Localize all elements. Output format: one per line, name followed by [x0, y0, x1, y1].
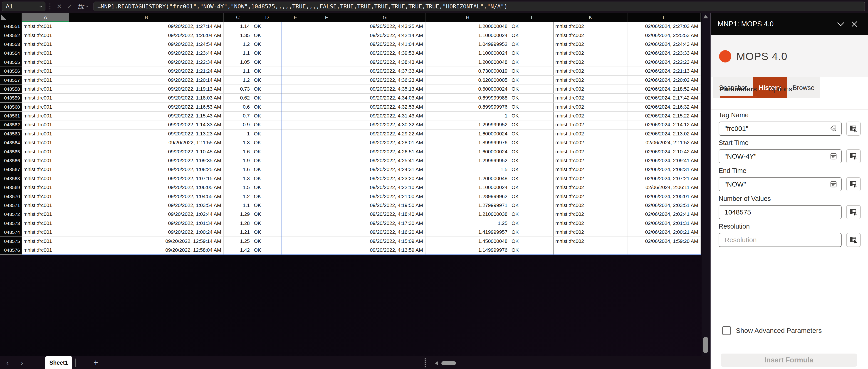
cell[interactable]: 1.279999971	[426, 201, 510, 210]
row-header[interactable]: 048554	[0, 49, 22, 57]
cell[interactable]: 02/06/2024, 2:07:21 AM	[628, 174, 701, 183]
cell[interactable]: OK	[510, 138, 553, 147]
cell[interactable]: 1.1	[224, 201, 252, 210]
cell[interactable]	[309, 237, 344, 246]
cell[interactable]: mhist::frc001	[22, 156, 69, 165]
cell[interactable]: OK	[252, 165, 282, 174]
cell[interactable]: OK	[252, 130, 282, 138]
cell[interactable]: 09/20/2022, 4:42:14 AM	[344, 31, 426, 39]
vertical-scrollbar[interactable]	[702, 13, 710, 356]
cell[interactable]: 1.100000024	[426, 49, 510, 57]
row-header[interactable]: 048558	[0, 85, 22, 93]
cell[interactable]: mhist::frc002	[553, 147, 628, 156]
resolution-input[interactable]: Resolution	[719, 233, 842, 247]
cell[interactable]: 09/20/2022, 1:09:35 AM	[69, 156, 224, 165]
start-time-input[interactable]: "NOW-4Y"	[719, 149, 842, 163]
cell[interactable]: 09/20/2022, 1:07:15 AM	[69, 174, 224, 183]
cell[interactable]: 1.149999976	[426, 246, 510, 254]
cell[interactable]: 02/06/2024, 2:27:03 AM	[628, 22, 701, 31]
cell[interactable]: OK	[252, 31, 282, 39]
row-header[interactable]: 048572	[0, 210, 22, 219]
vertical-scrollbar-thumb[interactable]	[703, 337, 708, 353]
cell[interactable]	[309, 210, 344, 219]
cell[interactable]	[309, 174, 344, 183]
tag-name-input[interactable]: "frc001"	[719, 121, 842, 136]
cell[interactable]	[309, 138, 344, 147]
cell[interactable]: 1.25	[224, 237, 252, 246]
cell[interactable]	[282, 22, 309, 31]
cell[interactable]: 02/06/2024, 2:10:42 AM	[628, 147, 701, 156]
cell[interactable]: mhist::frc002	[553, 67, 628, 76]
cell[interactable]: 09/20/2022, 1:16:53 AM	[69, 103, 224, 111]
cell[interactable]: OK	[510, 192, 553, 201]
column-header-k[interactable]: K	[553, 13, 628, 22]
cell[interactable]: 09/20/2022, 4:38:43 AM	[344, 58, 426, 66]
cell[interactable]: mhist::frc001	[22, 58, 69, 66]
row-header[interactable]: 048571	[0, 201, 22, 210]
cell[interactable]: mhist::frc002	[553, 156, 628, 165]
column-header-h[interactable]: H	[426, 13, 510, 22]
row-header[interactable]: 048551	[0, 22, 22, 31]
cell[interactable]: OK	[252, 201, 282, 210]
cell[interactable]: 09/20/2022, 4:37:33 AM	[344, 67, 426, 76]
cell[interactable]	[309, 165, 344, 174]
cell[interactable]	[309, 103, 344, 111]
cell[interactable]: 09/20/2022, 1:19:13 AM	[69, 85, 224, 93]
cell[interactable]: 0.7	[224, 112, 252, 120]
cell[interactable]: 09/20/2022, 1:03:54 AM	[69, 201, 224, 210]
cell[interactable]: 1.29	[224, 210, 252, 219]
cell[interactable]: 09/20/2022, 4:17:30 AM	[344, 219, 426, 228]
cell[interactable]: 02/06/2024, 2:21:13 AM	[628, 67, 701, 76]
cell[interactable]: mhist::frc002	[553, 31, 628, 39]
cell[interactable]: OK	[252, 228, 282, 236]
cell[interactable]: 09/20/2022, 1:02:44 AM	[69, 210, 224, 219]
cell[interactable]	[282, 156, 309, 165]
cell[interactable]	[309, 67, 344, 76]
cell[interactable]: mhist::frc001	[22, 228, 69, 236]
cell[interactable]: 02/06/2024, 2:03:51 AM	[628, 201, 701, 210]
cell[interactable]: mhist::frc002	[553, 85, 628, 93]
cell[interactable]: 09/20/2022, 1:15:43 AM	[69, 112, 224, 120]
cell[interactable]: OK	[252, 192, 282, 201]
cell[interactable]: 0.62	[224, 94, 252, 102]
scroll-up-icon[interactable]	[703, 15, 708, 19]
cell[interactable]: OK	[510, 201, 553, 210]
cell[interactable]	[309, 22, 344, 31]
cell[interactable]: 02/06/2024, 1:59:20 AM	[628, 237, 701, 246]
cell[interactable]: OK	[510, 130, 553, 138]
cell[interactable]	[282, 40, 309, 49]
cell[interactable]: mhist::frc001	[22, 246, 69, 254]
cell[interactable]: OK	[252, 246, 282, 254]
cell[interactable]: 09/20/2022, 4:15:09 AM	[344, 237, 426, 246]
column-header-g[interactable]: G	[344, 13, 426, 22]
cell[interactable]: OK	[510, 76, 553, 84]
tab-parameters[interactable]: Parameters	[720, 85, 757, 98]
cell[interactable]	[309, 201, 344, 210]
cell[interactable]: 09/20/2022, 1:23:44 AM	[69, 49, 224, 57]
cell[interactable]: mhist::frc002	[553, 228, 628, 236]
row-header[interactable]: 048565	[0, 147, 22, 156]
cell[interactable]: 09/20/2022, 1:00:24 AM	[69, 228, 224, 236]
row-header[interactable]: 048564	[0, 138, 22, 147]
cancel-button[interactable]: ✕	[54, 2, 64, 11]
cell[interactable]	[282, 201, 309, 210]
cell[interactable]: 1.6	[224, 147, 252, 156]
cell[interactable]: 02/06/2024, 2:24:43 AM	[628, 40, 701, 49]
cell[interactable]: mhist::frc001	[22, 174, 69, 183]
cell[interactable]: mhist::frc002	[553, 22, 628, 31]
cell[interactable]	[309, 147, 344, 156]
cell[interactable]: 02/06/2024, 2:23:33 AM	[628, 49, 701, 57]
row-header[interactable]: 048576	[0, 246, 22, 254]
cell[interactable]	[309, 219, 344, 228]
cell[interactable]: mhist::frc001	[22, 22, 69, 31]
cell[interactable]: 09/20/2022, 4:31:43 AM	[344, 112, 426, 120]
row-header[interactable]: 048563	[0, 130, 22, 138]
cell[interactable]: 1.450000048	[426, 237, 510, 246]
cell[interactable]: 1.3	[224, 138, 252, 147]
row-header[interactable]: 048556	[0, 67, 22, 76]
sheet-nav-next-button[interactable]: ›	[21, 359, 23, 367]
cell[interactable]: 1	[426, 112, 510, 120]
insert-formula-button[interactable]: Insert Formula	[721, 353, 857, 367]
cell[interactable]	[553, 246, 628, 254]
cell[interactable]: 09/20/2022, 4:29:22 AM	[344, 130, 426, 138]
